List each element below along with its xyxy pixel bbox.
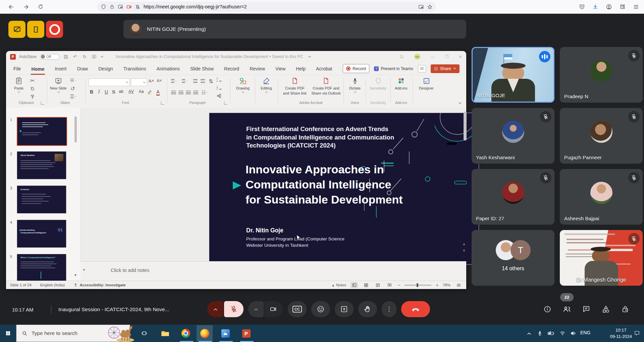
present-screen-button[interactable] xyxy=(335,301,354,317)
leave-call-button[interactable] xyxy=(401,301,430,317)
copy-icon[interactable] xyxy=(30,86,36,91)
paragraph-launcher-icon[interactable] xyxy=(224,101,227,105)
ppt-search-icon[interactable] xyxy=(399,54,404,59)
participant-tile-paperid[interactable]: Paper ID: 27 xyxy=(472,169,554,225)
reading-view-icon[interactable] xyxy=(374,282,381,288)
font-size-combobox[interactable] xyxy=(131,78,147,86)
zoom-out-icon[interactable]: − xyxy=(397,282,400,288)
tab-design[interactable]: Design xyxy=(98,65,114,73)
notes-resize-icon[interactable]: ▼ xyxy=(83,268,86,272)
shield-icon[interactable] xyxy=(101,4,106,10)
language-status[interactable]: English (India) xyxy=(40,283,65,287)
addins-button[interactable]: Add-ins xyxy=(393,76,409,90)
participant-tile-pugazh[interactable]: Pugazh Panneer xyxy=(560,108,643,164)
ppt-account-badge[interactable]: NG xyxy=(414,54,420,60)
chrome-icon[interactable] xyxy=(178,327,193,340)
tab-transitions[interactable]: Transitions xyxy=(123,65,147,73)
slide-thumbnail-4[interactable]: Understanding Computational Intelligence… xyxy=(17,220,66,248)
section-icon[interactable] xyxy=(70,94,76,99)
tray-mic-icon[interactable] xyxy=(535,327,545,340)
participant-tile-yash[interactable]: Yash Kesharwani xyxy=(472,108,554,164)
thumbnail-scrollbar[interactable] xyxy=(74,116,77,142)
notifications-blocked-icon[interactable] xyxy=(135,4,141,10)
columns-icon[interactable] xyxy=(202,90,208,95)
editor-scrollbar[interactable] xyxy=(464,112,467,140)
cut-icon[interactable]: ✂ xyxy=(30,78,36,83)
permissions-icon[interactable] xyxy=(118,4,123,9)
pocket-icon[interactable] xyxy=(579,4,585,10)
zoom-handle[interactable] xyxy=(417,283,418,287)
tab-file[interactable]: File xyxy=(13,65,22,73)
participant-tile-others[interactable]: T 14 others xyxy=(472,230,554,286)
start-button[interactable] xyxy=(1,327,15,340)
bookmark-star-icon[interactable] xyxy=(427,4,433,10)
justify-icon[interactable] xyxy=(193,90,199,95)
menu-icon[interactable] xyxy=(633,4,639,10)
firefox-icon[interactable] xyxy=(197,327,212,340)
accessibility-status[interactable]: Accessibility: Investigate xyxy=(73,283,125,287)
camera-in-use-icon[interactable] xyxy=(126,4,132,10)
participant-tile-mangesh[interactable]: Dr Mangesh Ghonge xyxy=(560,230,643,286)
align-left-icon[interactable] xyxy=(171,90,177,95)
participant-tile-asheesh[interactable]: Asheesh Bajpai xyxy=(560,169,643,225)
zoom-percent[interactable]: 78% xyxy=(443,283,450,287)
char-spacing-icon[interactable]: A̲V̲ xyxy=(127,89,136,94)
address-bar[interactable]: https://meet.google.com/djq-oegj-jir?aut… xyxy=(97,2,436,12)
slide-thumbnail-5[interactable]: What is Computational Intelligence? xyxy=(17,254,66,282)
action-center-icon[interactable] xyxy=(632,327,642,340)
tray-volume-icon[interactable] xyxy=(568,327,578,340)
tray-wifi-icon[interactable] xyxy=(557,327,568,340)
lock-icon[interactable] xyxy=(109,4,115,9)
redo-icon[interactable]: ↻ xyxy=(82,54,88,60)
participant-tile-nitin[interactable]: NITIN GOJE xyxy=(472,47,554,103)
forward-icon[interactable] xyxy=(21,2,31,12)
tab-slideshow[interactable]: Slide Show xyxy=(190,65,214,73)
taskbar-clock[interactable]: 10:17 09-11-2024 xyxy=(610,327,632,340)
more-options-button[interactable]: ⋮ xyxy=(382,301,396,317)
decrease-indent-icon[interactable] xyxy=(193,78,199,84)
slide-counter[interactable]: Slide 1 of 24 xyxy=(10,283,32,287)
tab-draw[interactable]: Draw xyxy=(76,65,89,73)
font-color-icon[interactable]: A xyxy=(155,89,161,95)
align-text-icon[interactable]: ⌄ xyxy=(217,85,223,91)
floating-tool-icon-2[interactable] xyxy=(27,21,44,38)
fit-to-window-icon[interactable] xyxy=(455,282,462,288)
captions-button[interactable]: CC xyxy=(288,301,307,317)
notes-toggle[interactable]: ▲Notes xyxy=(331,283,346,287)
camera-button[interactable] xyxy=(264,301,282,317)
editing-button[interactable]: Editing xyxy=(258,76,275,93)
tray-expand-icon[interactable] xyxy=(524,327,534,340)
drawing-button[interactable]: Drawing xyxy=(233,76,252,93)
format-painter-icon[interactable] xyxy=(30,94,36,99)
activities-button[interactable] xyxy=(598,301,614,317)
people-button[interactable] xyxy=(559,301,575,317)
clipboard-launcher-icon[interactable] xyxy=(41,101,44,105)
account-icon[interactable] xyxy=(606,4,612,10)
reload-icon[interactable] xyxy=(36,2,46,12)
numbering-icon[interactable] xyxy=(182,78,188,84)
change-case-icon[interactable]: Aa xyxy=(138,89,144,94)
language-indicator[interactable]: ENG xyxy=(580,330,590,335)
notes-pane[interactable]: ▼ Click to add notes xyxy=(80,261,466,281)
new-slide-button[interactable]: New Slide xyxy=(50,76,67,93)
designer-button[interactable]: Designer xyxy=(416,76,437,90)
tray-battery-icon[interactable] xyxy=(545,327,557,340)
strikethrough-icon[interactable]: S xyxy=(111,89,117,95)
tab-review[interactable]: Review xyxy=(249,65,266,73)
meeting-details-button[interactable] xyxy=(539,301,555,317)
mic-options-button[interactable] xyxy=(207,301,223,317)
line-spacing-icon[interactable]: ⇅ xyxy=(209,78,215,84)
extensions-icon[interactable] xyxy=(620,4,626,10)
increase-indent-icon[interactable] xyxy=(201,78,207,84)
picture-in-picture-icon[interactable] xyxy=(418,4,424,10)
file-explorer-icon[interactable] xyxy=(158,327,172,340)
url-text[interactable]: https://meet.google.com/djq-oegj-jir?aut… xyxy=(144,4,415,9)
create-pdf-share-link-button[interactable]: Create PDF and Share link xyxy=(281,76,309,95)
align-right-icon[interactable] xyxy=(186,90,192,95)
text-shadow-icon[interactable]: ab xyxy=(118,89,124,94)
title-dropdown-icon[interactable] xyxy=(308,56,311,58)
thumb-scroll-down-icon[interactable]: ▼ xyxy=(74,273,77,277)
autosave-toggle[interactable]: Off xyxy=(40,54,59,60)
collapse-ribbon-icon[interactable] xyxy=(458,102,462,105)
paste-button[interactable]: Paste xyxy=(11,76,27,93)
